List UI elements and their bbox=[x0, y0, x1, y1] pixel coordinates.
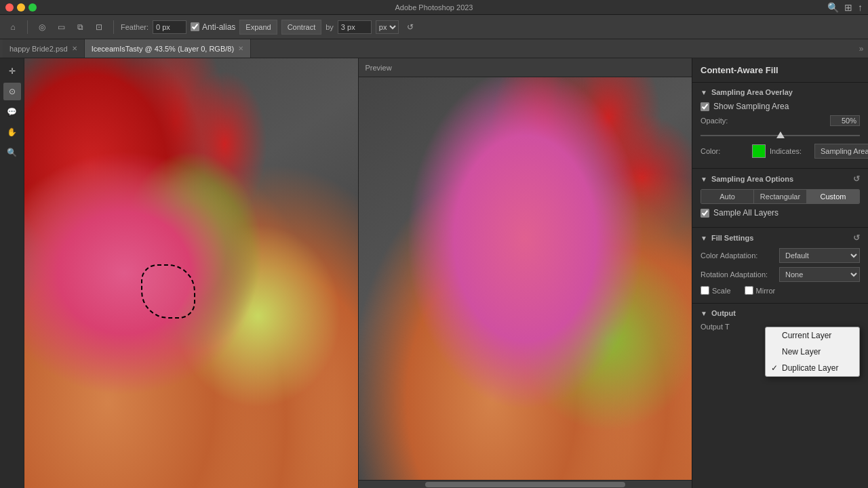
output-current-layer[interactable]: Current Layer bbox=[766, 327, 859, 344]
output-label: Output bbox=[711, 309, 736, 317]
selection-marquee bbox=[141, 264, 195, 319]
color-adaptation-row: Color Adaptation: Default None High Very… bbox=[701, 248, 860, 263]
preview-scrollbar[interactable] bbox=[359, 480, 692, 488]
custom-button[interactable]: Custom bbox=[807, 190, 859, 203]
show-sampling-label: Show Sampling Area bbox=[713, 102, 789, 111]
output-section: ▼ Output Output T Current Layer New Laye… bbox=[692, 304, 868, 340]
tab-bar: happy Bride2.psd ✕ IceceamIsTasty @ 43.5… bbox=[0, 39, 868, 58]
scale-mirror-row: Scale Mirror bbox=[701, 286, 860, 295]
color-label: Color: bbox=[701, 147, 748, 155]
rect-select-icon[interactable]: ▭ bbox=[54, 20, 68, 35]
subtract-icon[interactable]: ⊡ bbox=[92, 20, 106, 35]
hand-tool[interactable]: ✋ bbox=[3, 123, 21, 141]
sampling-overlay-chevron: ▼ bbox=[701, 89, 707, 96]
source-canvas bbox=[24, 58, 358, 488]
unit-select[interactable]: px bbox=[376, 20, 399, 34]
rotation-adaptation-row: Rotation Adaptation: None Low Medium Hig… bbox=[701, 267, 860, 282]
content-area: Preview Content-Aware Fill ▼ Sampling Ar… bbox=[24, 58, 868, 488]
sampling-overlay-label: Sampling Area Overlay bbox=[711, 88, 793, 96]
workspace-icon[interactable]: ⊞ bbox=[844, 2, 852, 13]
anti-alias-check[interactable] bbox=[191, 22, 199, 31]
by-value-input[interactable] bbox=[338, 20, 372, 34]
title-bar: Adobe Photoshop 2023 🔍 ⊞ ↑ bbox=[0, 0, 868, 15]
main-area: ✛ ⊙ 💬 ✋ 🔍 Preview Content-Aware Fill bbox=[0, 58, 868, 488]
opacity-label: Opacity: bbox=[701, 117, 728, 125]
zoom-tool[interactable]: 🔍 bbox=[3, 144, 21, 161]
output-new-layer[interactable]: New Layer bbox=[766, 344, 859, 360]
preview-scrollbar-thumb[interactable] bbox=[425, 482, 625, 487]
share-icon[interactable]: ↑ bbox=[858, 2, 863, 13]
fill-settings-label: Fill Settings bbox=[711, 234, 753, 242]
scale-checkbox[interactable] bbox=[701, 286, 709, 295]
scale-label: Scale bbox=[712, 287, 731, 295]
search-icon[interactable]: 🔍 bbox=[827, 2, 839, 13]
rotation-adaptation-select[interactable]: None Low Medium High Full bbox=[779, 267, 860, 282]
opacity-slider[interactable] bbox=[701, 130, 860, 141]
app-title: Adobe Photoshop 2023 bbox=[395, 3, 473, 12]
sampling-options-section: ▼ Sampling Area Options ↺ Auto Rectangul… bbox=[692, 169, 868, 228]
show-sampling-row: Show Sampling Area bbox=[701, 102, 860, 111]
panel-title: Content-Aware Fill bbox=[692, 58, 868, 83]
home-icon[interactable]: ⌂ bbox=[5, 20, 20, 35]
tab-bride-close[interactable]: ✕ bbox=[72, 45, 77, 52]
tab-icecream-label: IceceamIsTasty @ 43.5% (Layer 0, RGB/8) bbox=[92, 45, 234, 53]
opacity-input[interactable] bbox=[830, 115, 860, 126]
output-title[interactable]: ▼ Output bbox=[701, 309, 860, 317]
sampling-options-label: Sampling Area Options bbox=[711, 175, 793, 183]
lasso-icon[interactable]: ◎ bbox=[35, 20, 50, 35]
tab-expand-icon[interactable]: » bbox=[854, 39, 868, 58]
fill-settings-chevron: ▼ bbox=[701, 235, 707, 242]
minimize-button[interactable] bbox=[17, 3, 25, 12]
sampling-options-title[interactable]: ▼ Sampling Area Options ↺ bbox=[701, 174, 860, 184]
fill-settings-section: ▼ Fill Settings ↺ Color Adaptation: Defa… bbox=[692, 228, 868, 304]
top-right-icons: 🔍 ⊞ ↑ bbox=[827, 2, 863, 13]
sampling-overlay-section: ▼ Sampling Area Overlay Show Sampling Ar… bbox=[692, 83, 868, 169]
undo-icon[interactable]: ↺ bbox=[403, 20, 418, 35]
close-button[interactable] bbox=[5, 3, 14, 12]
fill-settings-reset-icon[interactable]: ↺ bbox=[853, 233, 860, 243]
contract-button[interactable]: Contract bbox=[281, 20, 322, 35]
expand-button[interactable]: Expand bbox=[239, 20, 277, 35]
tab-icecream[interactable]: IceceamIsTasty @ 43.5% (Layer 0, RGB/8) … bbox=[85, 39, 251, 58]
preview-panel: Preview bbox=[358, 58, 692, 488]
sampling-options-reset-icon[interactable]: ↺ bbox=[853, 174, 860, 184]
rectangular-button[interactable]: Rectangular bbox=[754, 190, 807, 203]
sample-all-layers-row: Sample All Layers bbox=[701, 208, 860, 218]
toolbar-divider-1 bbox=[27, 20, 28, 34]
source-image bbox=[24, 58, 358, 488]
preview-label: Preview bbox=[366, 64, 392, 72]
preview-canvas bbox=[359, 77, 692, 480]
mirror-checkbox[interactable] bbox=[745, 286, 753, 295]
output-dropdown-popup: Current Layer New Layer Duplicate Layer bbox=[765, 327, 860, 377]
fill-settings-title[interactable]: ▼ Fill Settings ↺ bbox=[701, 233, 860, 243]
feather-input[interactable] bbox=[153, 20, 186, 34]
tab-icecream-close[interactable]: ✕ bbox=[238, 45, 243, 52]
preview-image bbox=[359, 77, 692, 480]
color-adaptation-label: Color Adaptation: bbox=[701, 251, 775, 260]
mirror-item: Mirror bbox=[745, 286, 776, 295]
output-type-row: Output T Current Layer New Layer Duplica… bbox=[701, 323, 860, 331]
indicates-select[interactable]: Sampling Area Excluded Area bbox=[814, 144, 868, 159]
main-toolbar: ⌂ ◎ ▭ ⧉ ⊡ Feather: Anti-alias Expand Con… bbox=[0, 15, 868, 39]
sampling-button-group: Auto Rectangular Custom bbox=[701, 189, 860, 204]
color-swatch[interactable] bbox=[752, 144, 766, 158]
scale-item: Scale bbox=[701, 286, 731, 295]
feather-label: Feather: bbox=[121, 23, 149, 31]
move-tool[interactable]: ✛ bbox=[3, 62, 21, 80]
indicates-label: Indicates: bbox=[770, 147, 810, 155]
maximize-button[interactable] bbox=[28, 3, 37, 12]
auto-button[interactable]: Auto bbox=[701, 190, 754, 203]
output-duplicate-layer[interactable]: Duplicate Layer bbox=[766, 360, 859, 376]
show-sampling-checkbox[interactable] bbox=[701, 102, 709, 111]
window-controls[interactable] bbox=[5, 3, 37, 12]
lasso-tool[interactable]: ⊙ bbox=[3, 83, 21, 100]
slider-thumb[interactable] bbox=[776, 131, 785, 138]
sampling-overlay-title[interactable]: ▼ Sampling Area Overlay bbox=[701, 88, 860, 96]
sample-all-layers-checkbox[interactable] bbox=[701, 209, 709, 218]
anti-alias-checkbox[interactable]: Anti-alias bbox=[191, 22, 235, 32]
sample-all-layers-label: Sample All Layers bbox=[713, 208, 778, 218]
color-adaptation-select[interactable]: Default None High Very High bbox=[779, 248, 860, 263]
tab-bride[interactable]: happy Bride2.psd ✕ bbox=[3, 39, 85, 58]
move-layer-icon[interactable]: ⧉ bbox=[73, 20, 87, 35]
speech-tool[interactable]: 💬 bbox=[3, 103, 21, 121]
